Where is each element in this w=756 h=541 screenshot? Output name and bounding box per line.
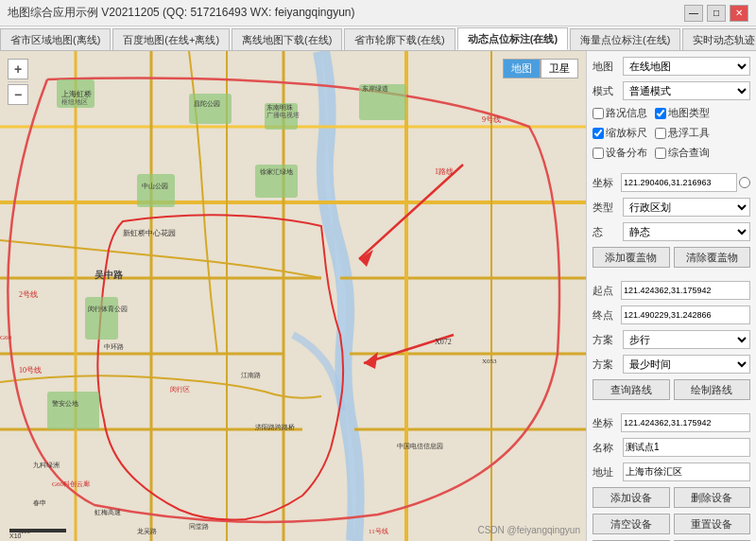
add-device-button[interactable]: 添加设备 — [593, 487, 670, 508]
svg-rect-20 — [85, 297, 118, 340]
checkbox-device-dist[interactable]: 设备分布 — [593, 146, 647, 160]
checkbox-comprehensive-input[interactable] — [655, 148, 666, 159]
svg-text:闵行区: 闵行区 — [170, 386, 190, 393]
svg-text:上海虹桥: 上海虹桥 — [61, 90, 92, 98]
svg-text:警安公地: 警安公地 — [52, 400, 78, 408]
checkbox-map-type-input[interactable] — [655, 108, 666, 119]
draw-route-button[interactable]: 绘制路线 — [674, 379, 751, 400]
clear-device-button[interactable]: 清空设备 — [593, 514, 670, 534]
watermark: CSDN @feiyangqingyun — [477, 525, 580, 535]
checkbox-map-type[interactable]: 地图类型 — [655, 106, 710, 120]
svg-text:同堂路: 同堂路 — [189, 523, 209, 531]
close-button[interactable]: ✕ — [730, 5, 748, 22]
svg-rect-21 — [47, 392, 99, 429]
svg-rect-19 — [137, 174, 175, 207]
plan-select[interactable]: 最少时间 — [623, 355, 750, 374]
map-type-satellite[interactable]: 卫星 — [541, 59, 578, 79]
map-type-map[interactable]: 地图 — [503, 59, 541, 79]
svg-text:枢纽地区: 枢纽地区 — [61, 98, 88, 106]
svg-text:新虹桥中心花园: 新虹桥中心花园 — [123, 229, 176, 237]
map-type-buttons: 地图 卫星 — [503, 59, 578, 79]
device-btn-row-1: 添加设备 删除设备 — [593, 487, 750, 508]
plan-selector-row: 方案 最少时间 — [593, 355, 750, 374]
walk-selector-row: 方案 步行 — [593, 330, 750, 349]
start-input[interactable] — [621, 281, 750, 300]
checkbox-road-info[interactable]: 路况信息 — [593, 106, 647, 120]
add-cover-button[interactable]: 添加覆盖物 — [593, 247, 670, 268]
svg-text:江南路: 江南路 — [241, 372, 261, 379]
main-area: 上海虹桥 枢纽地区 昌陀公园 东南明珠 广播电视塔 东岸绿道 中山公园 闵行体育… — [0, 51, 756, 541]
addr-input[interactable] — [623, 462, 750, 481]
svg-text:闵行体育公园: 闵行体育公园 — [88, 305, 128, 313]
window-title: 地图综合应用示例 V20211205 (QQ: 517216493 WX: fe… — [8, 5, 355, 21]
map-select[interactable]: 在线地图 — [623, 57, 750, 76]
svg-text:东南明珠: 东南明珠 — [266, 104, 293, 112]
del-device-button[interactable]: 删除设备 — [674, 487, 751, 508]
tab-baidu-map[interactable]: 百度地图(在线+离线) — [112, 28, 230, 50]
tab-offline-download[interactable]: 离线地图下载(在线) — [232, 28, 342, 50]
type-selector-row: 类型 行政区划 — [593, 198, 750, 217]
zoom-out-button[interactable]: − — [8, 84, 28, 105]
map-selector-row: 地图 在线地图 — [593, 57, 750, 76]
type-select[interactable]: 行政区划 — [623, 198, 750, 217]
state-select[interactable]: 静态 — [623, 222, 750, 241]
svg-rect-16 — [189, 94, 232, 124]
checkbox-zoom-scale[interactable]: 缩放标尺 — [593, 126, 647, 140]
svg-text:徐家汇绿地: 徐家汇绿地 — [260, 168, 293, 176]
tab-realtime-track[interactable]: 实时动态轨迹(在线) — [682, 28, 756, 50]
minimize-button[interactable]: — — [684, 5, 703, 22]
right-panel: 地图 在线地图 模式 普通模式 路况信息 地图类型 — [586, 51, 756, 541]
svg-text:昌陀公园: 昌陀公园 — [194, 100, 220, 108]
checkbox-row-3: 设备分布 综合查询 — [593, 146, 750, 160]
map-label: 地图 — [593, 60, 619, 74]
maximize-button[interactable]: □ — [707, 5, 726, 22]
name-row: 名称 — [593, 438, 750, 457]
coord2-input[interactable] — [621, 413, 750, 432]
map-controls: + − — [8, 59, 28, 105]
tab-mass-marker[interactable]: 海量点位标注(在线) — [570, 28, 680, 50]
query-route-button[interactable]: 查询路线 — [593, 379, 670, 400]
zoom-in-button[interactable]: + — [8, 59, 28, 79]
checkbox-comprehensive[interactable]: 综合查询 — [655, 146, 710, 160]
svg-text:中国电信信息园: 中国电信信息园 — [397, 443, 443, 450]
state-label: 态 — [593, 225, 619, 239]
checkbox-zoom-scale-input[interactable] — [593, 128, 604, 139]
checkbox-float-tool-label: 悬浮工具 — [668, 126, 710, 140]
route-btn-row: 查询路线 绘制路线 — [593, 379, 750, 400]
svg-text:X053: X053 — [482, 358, 497, 365]
svg-text:G60科创云廊: G60科创云廊 — [52, 480, 90, 488]
mode-selector-row: 模式 普通模式 — [593, 81, 750, 100]
svg-text:东岸绿道: 东岸绿道 — [362, 85, 388, 93]
checkbox-device-dist-input[interactable] — [593, 148, 604, 159]
start-row: 起点 — [593, 281, 750, 300]
tab-dynamic-marker[interactable]: 动态点位标注(在线) — [457, 27, 568, 50]
svg-text:10号线: 10号线 — [19, 366, 42, 375]
checkbox-road-info-label: 路况信息 — [606, 106, 647, 120]
end-input[interactable] — [621, 305, 750, 324]
coord-label: 坐标 — [593, 176, 619, 190]
checkbox-float-tool[interactable]: 悬浮工具 — [655, 126, 710, 140]
checkbox-zoom-scale-label: 缩放标尺 — [606, 126, 647, 140]
checkbox-map-type-label: 地图类型 — [668, 106, 710, 120]
tab-district-map[interactable]: 省市区域地图(离线) — [0, 28, 111, 50]
coord2-label: 坐标 — [593, 416, 619, 430]
svg-text:济阳路跨路桥: 济阳路跨路桥 — [255, 424, 295, 431]
svg-text:中环路: 中环路 — [104, 343, 124, 351]
clear-cover-button[interactable]: 清除覆盖物 — [674, 247, 751, 268]
svg-text:春申: 春申 — [33, 499, 46, 507]
checkbox-float-tool-input[interactable] — [655, 128, 666, 139]
type-label: 类型 — [593, 201, 619, 215]
map-container[interactable]: 上海虹桥 枢纽地区 昌陀公园 东南明珠 广播电视塔 东岸绿道 中山公园 闵行体育… — [0, 51, 586, 541]
end-label: 终点 — [593, 308, 619, 323]
name-input[interactable] — [623, 438, 750, 457]
walk-select[interactable]: 步行 — [623, 330, 750, 349]
coord-input[interactable] — [621, 173, 737, 192]
reset-device-button[interactable]: 重置设备 — [674, 514, 751, 534]
checkbox-road-info-input[interactable] — [593, 108, 604, 119]
tab-province-download[interactable]: 省市轮廓下载(在线) — [344, 28, 455, 50]
tab-bar: 省市区域地图(离线) 百度地图(在线+离线) 离线地图下载(在线) 省市轮廓下载… — [0, 26, 756, 51]
walk-label: 方案 — [593, 333, 619, 347]
coord-radio[interactable] — [739, 177, 750, 188]
mode-label: 模式 — [593, 84, 619, 98]
mode-select[interactable]: 普通模式 — [623, 81, 750, 100]
